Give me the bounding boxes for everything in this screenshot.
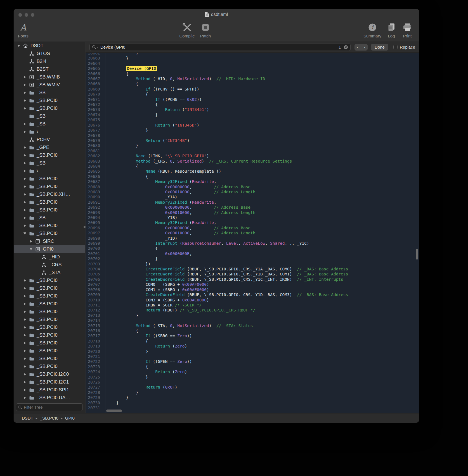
tree-item[interactable]: _SB.PCI0 (14, 206, 85, 214)
disclosure-triangle-icon[interactable] (23, 303, 27, 305)
tree-item[interactable]: \ (14, 128, 85, 136)
compile-button[interactable]: Compile (175, 21, 199, 38)
filter-field[interactable] (16, 403, 83, 411)
code-text[interactable] (103, 354, 107, 359)
disclosure-triangle-icon[interactable] (23, 130, 27, 133)
code-text[interactable]: { (103, 102, 158, 107)
log-button[interactable]: Log (384, 21, 398, 38)
code-text[interactable]: Method (_CRS, 0, Serialized) // _CRS: Cu… (103, 159, 292, 164)
code-text[interactable]: IRQN = SGIR /* \SGIR */ (103, 303, 202, 308)
disclosure-triangle-icon[interactable] (23, 310, 27, 313)
code-text[interactable]: 0x00000000, // Address Base (103, 184, 250, 189)
code-text[interactable]: { (103, 364, 148, 369)
tree-item[interactable]: _SB.PCI0 (14, 183, 85, 191)
code-text[interactable]: Method (_STA, 0, NotSerialized) // _STA:… (103, 323, 253, 328)
horizontal-scrollbar-thumb[interactable] (106, 410, 122, 412)
code-text[interactable] (103, 380, 107, 385)
code-text[interactable]: }) (103, 261, 150, 266)
tree-item[interactable]: _SB.PCI0 (14, 97, 85, 104)
code-text[interactable]: Memory32Fixed (ReadWrite, (103, 220, 216, 225)
tree-item[interactable]: _SB.PCI0 (14, 198, 85, 206)
code-text[interactable]: 0x00000000, // Address Base (103, 225, 250, 230)
disclosure-triangle-icon[interactable] (23, 373, 27, 376)
tree-item[interactable]: _SB.PCI0 (14, 230, 85, 237)
code-text[interactable]: } (103, 56, 129, 61)
disclosure-triangle-icon[interactable] (23, 287, 27, 290)
code-text[interactable]: } (103, 349, 148, 354)
tree-item[interactable]: _SB.PCI0 (14, 284, 85, 292)
tree-item[interactable]: _SB.PCI0 (14, 323, 85, 331)
tree-item[interactable]: B2ST (14, 65, 85, 73)
patch-button[interactable]: Patch (197, 21, 214, 38)
tree-item[interactable]: _SB.PCI0.UA… (14, 394, 85, 401)
disclosure-triangle-icon[interactable] (16, 45, 21, 47)
tree-item[interactable]: _SB (14, 159, 85, 167)
code-text[interactable] (103, 148, 107, 153)
disclosure-triangle-icon[interactable] (29, 248, 33, 250)
find-previous-button[interactable]: ‹ (354, 44, 361, 51)
tree-item[interactable]: _SB (14, 214, 85, 222)
search-menu-icon[interactable] (92, 45, 99, 49)
disclosure-triangle-icon[interactable] (23, 381, 27, 384)
breadcrumb-item[interactable]: GPI0 (65, 416, 75, 420)
disclosure-triangle-icon[interactable] (23, 76, 27, 78)
tree-item[interactable]: _CRS (14, 261, 85, 269)
code-text[interactable]: 0x00010000, // Address Length (103, 210, 256, 215)
tree-item[interactable]: _SB.PCI0 (14, 175, 85, 183)
code-text[interactable]: } (103, 375, 148, 380)
code-text[interactable]: COM0 = (SBRG + 0x00AF0000) (103, 282, 209, 287)
summary-button[interactable]: i Summary (361, 21, 384, 38)
code-text[interactable] (103, 133, 107, 138)
code-text[interactable]: Return (0x0F) (103, 385, 177, 390)
code-text[interactable]: CreateDWordField (RBUF, \_SB.PCI0.GPI0._… (103, 292, 348, 297)
code-text[interactable]: _Y1D) (103, 236, 177, 241)
tree-item[interactable]: _SB.PCI0.I2C0 (14, 370, 85, 378)
code-text[interactable]: Memory32Fixed (ReadWrite, (103, 179, 216, 184)
tree-item[interactable]: _SB.PCI0 (14, 277, 85, 284)
code-text[interactable]: CreateDWordField (RBUF, \_SB.PCI0.GPI0._… (103, 266, 348, 272)
tree-item[interactable]: _SB.PCI0 (14, 104, 85, 112)
code-area[interactable]: 20662 }20663 }2066420665 Device (GPI0206… (86, 53, 419, 413)
code-text[interactable]: Name (RBUF, ResourceTemplate () (103, 169, 221, 174)
code-text[interactable]: } (103, 143, 138, 148)
disclosure-triangle-icon[interactable] (23, 396, 27, 399)
print-button[interactable]: Print (400, 21, 415, 38)
disclosure-triangle-icon[interactable] (23, 357, 27, 360)
code-text[interactable]: Return (Zero) (103, 369, 187, 374)
code-text[interactable]: } (103, 53, 138, 56)
code-text[interactable]: { (103, 339, 148, 344)
disclosure-triangle-icon[interactable] (23, 216, 27, 219)
code-text[interactable]: _Y1A) (103, 194, 177, 199)
tree-item[interactable]: GTOS (14, 50, 85, 58)
tree-item[interactable]: _SB.PCI0.I2C1 (14, 378, 85, 386)
tree-item[interactable]: _SB.PCI0 (14, 363, 85, 370)
tree-item[interactable]: DSDT (14, 42, 85, 50)
clear-search-icon[interactable] (344, 45, 348, 49)
code-text[interactable]: COM3 = (SBRG + 0x00AC0000) (103, 298, 209, 303)
code-text[interactable]: Return ("INT3451") (103, 107, 209, 112)
code-text[interactable]: Interrupt (ResourceConsumer, Level, Acti… (103, 241, 309, 246)
filter-input[interactable] (24, 405, 81, 410)
disclosure-triangle-icon[interactable] (23, 279, 27, 282)
disclosure-triangle-icon[interactable] (23, 326, 27, 329)
tree-item[interactable]: _SB.PCI0 (14, 151, 85, 159)
tree-item[interactable]: GPI0 (14, 245, 85, 253)
code-text[interactable]: { (103, 71, 129, 76)
disclosure-triangle-icon[interactable] (23, 224, 27, 227)
tree-item[interactable]: _SB.WMIB (14, 73, 85, 81)
tree-item[interactable]: _SB.PCI0 (14, 331, 85, 339)
code-text[interactable]: } (103, 390, 138, 395)
breadcrumb-item[interactable]: DSDT (22, 416, 33, 420)
disclosure-triangle-icon[interactable] (23, 107, 27, 110)
disclosure-triangle-icon[interactable] (23, 232, 27, 235)
replace-checkbox[interactable] (393, 45, 398, 49)
code-text[interactable]: Name (LINK, "\\_SB.PCI0.GPI0") (103, 153, 209, 158)
disclosure-triangle-icon[interactable] (23, 349, 27, 352)
tree-item[interactable]: _SB.PCI0 (14, 308, 85, 316)
code-text[interactable]: _Y1B) (103, 215, 177, 220)
code-text[interactable]: 0x00010000, // Address Length (103, 230, 256, 235)
code-text[interactable]: { (103, 328, 138, 333)
code-text[interactable]: Return ("INT344B") (103, 138, 190, 143)
tree-item[interactable]: _HID (14, 253, 85, 261)
vertical-scrollbar-thumb[interactable] (416, 249, 418, 260)
